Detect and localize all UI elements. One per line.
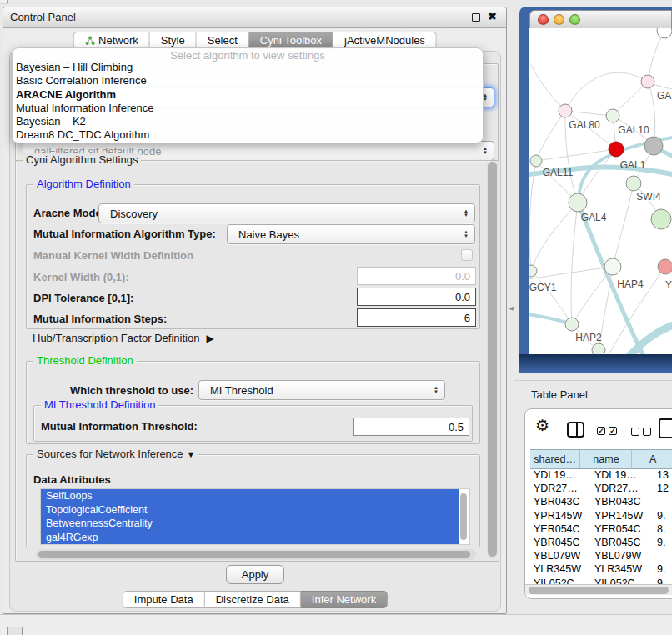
data-attributes-list: SelfLoopsTopologicalCoefficientBetweenne… — [40, 488, 470, 545]
algorithm-definition-title: Algorithm Definition — [33, 178, 134, 190]
network-canvas[interactable]: GALGAL80GAL10GAL1GAL11SWI4GAL4HAP4YGCY1H… — [529, 28, 672, 354]
list-scrollbar[interactable] — [460, 493, 467, 540]
node-label: GAL10 — [618, 124, 649, 136]
network-node[interactable] — [604, 258, 621, 275]
close-traffic-light[interactable] — [538, 14, 549, 25]
table-row[interactable]: YDR27…YDR27…12 — [530, 482, 672, 496]
columns-icon[interactable] — [567, 422, 584, 438]
network-node[interactable] — [606, 109, 619, 122]
gear-icon[interactable]: ⚙ — [535, 416, 549, 435]
algorithm-option[interactable]: Bayesian – K2 — [13, 115, 483, 128]
vscroll-thumb[interactable] — [488, 162, 497, 557]
expand-right-icon: ▶ — [206, 332, 213, 344]
node-label: GAL4 — [581, 212, 607, 223]
tab-label: jActiveMNodules — [344, 32, 425, 48]
popup-placeholder: Select algorithm to view settings — [13, 48, 483, 61]
table-row[interactable]: YER054CYER054C8. — [530, 523, 672, 537]
network-node[interactable] — [559, 104, 572, 118]
network-node[interactable] — [530, 155, 542, 167]
attribute-item[interactable]: BetweennessCentrality — [41, 517, 459, 531]
attribute-item[interactable]: TopologicalCoefficient — [41, 503, 459, 518]
sources-frame: Sources for Network Inference ▼ Data Att… — [26, 454, 480, 548]
column-header-name[interactable]: name — [580, 450, 632, 468]
kernel-width-field[interactable]: 0.0 — [357, 267, 476, 285]
network-node[interactable] — [657, 28, 672, 38]
attribute-item[interactable]: SelfLoops — [41, 489, 459, 503]
hub-definition-toggle[interactable]: Hub/Transcription Factor Definition ▶ — [33, 332, 214, 344]
network-node[interactable] — [592, 343, 605, 354]
which-threshold-combo[interactable]: MI Threshold ▲▼ — [198, 380, 445, 400]
tab-label: Style — [161, 32, 185, 48]
tab-infer-network[interactable]: Infer Network — [301, 591, 388, 608]
manual-kernel-checkbox[interactable] — [461, 249, 473, 261]
settings-hscrollbar[interactable] — [36, 549, 476, 560]
mi-type-combo[interactable]: Naive Bayes ▲▼ — [227, 224, 475, 244]
attribute-item[interactable]: gal4RGexp — [41, 531, 459, 545]
float-window-icon[interactable] — [472, 13, 480, 22]
select-all-checkboxes-icon[interactable]: ✓ ✓ — [597, 427, 617, 435]
minimize-traffic-light[interactable] — [554, 14, 564, 25]
algorithm-option[interactable]: Bayesian – Hill Climbing — [13, 61, 483, 74]
table-cell: YPR145W — [591, 510, 654, 523]
network-nodes[interactable]: GALGAL80GAL10GAL1GAL11SWI4GAL4HAP4YGCY1H… — [529, 28, 672, 354]
network-node[interactable] — [658, 259, 672, 274]
network-node[interactable] — [569, 193, 587, 212]
table-row[interactable]: YBR045CYBR045C9. — [530, 537, 672, 550]
algorithm-option[interactable]: Dream8 DC_TDC Algorithm — [13, 128, 483, 142]
tab-discretize-data[interactable]: Discretize Data — [205, 591, 301, 608]
dpi-tolerance-field[interactable]: 0.0 — [357, 288, 476, 306]
aracne-mode-combo[interactable]: Discovery ▲▼ — [98, 203, 475, 223]
node-label: GAL11 — [543, 167, 574, 178]
network-node[interactable] — [651, 209, 671, 229]
table-row[interactable]: YBL079WYBL079W — [530, 550, 672, 563]
table-row[interactable]: YIL052CYIL052C9. — [530, 578, 672, 585]
splitter-handle[interactable]: ◀ — [509, 305, 513, 312]
table-cell: YIL052C — [591, 578, 654, 585]
table-hscrollbar[interactable] — [525, 584, 672, 595]
zoom-traffic-light[interactable] — [569, 14, 580, 25]
tab-cyni-toolbox[interactable]: Cyni Toolbox — [249, 32, 333, 49]
tab-jactivemnodules[interactable]: jActiveMNodules — [333, 32, 437, 49]
tab-select[interactable]: Select — [197, 32, 249, 49]
hscroll-thumb[interactable] — [38, 551, 470, 558]
apply-button[interactable]: Apply — [226, 565, 284, 584]
table-cell: YDR27… — [591, 482, 654, 496]
table-header: shared… name A — [530, 449, 672, 469]
table-row[interactable]: YBR043CYBR043C — [530, 496, 672, 509]
network-node[interactable] — [626, 176, 641, 191]
collapse-down-icon[interactable]: ▼ — [187, 449, 196, 459]
network-node[interactable] — [609, 142, 624, 157]
document-icon[interactable] — [659, 418, 672, 438]
table-row[interactable]: YDL19…YDL19…13 — [530, 469, 672, 482]
tab-network[interactable]: Network — [73, 32, 150, 49]
mi-steps-field[interactable]: 6 — [357, 308, 476, 327]
clear-checkboxes-icon[interactable] — [631, 428, 651, 436]
table-hscroll-thumb[interactable] — [529, 587, 669, 594]
network-node[interactable] — [529, 265, 537, 277]
table-cell: YBL079W — [530, 550, 591, 563]
tab-style[interactable]: Style — [150, 32, 197, 49]
table-cell: YBR045C — [591, 537, 654, 550]
tab-impute-data[interactable]: Impute Data — [123, 591, 205, 608]
table-row[interactable]: YLR345WYLR345W9. — [530, 563, 672, 577]
mi-threshold-field[interactable]: 0.5 — [353, 418, 469, 436]
combo-value: Naive Bayes — [228, 228, 299, 241]
network-node[interactable] — [641, 75, 654, 88]
network-window-titlebar[interactable] — [529, 10, 672, 28]
stepper-icon: ▲▼ — [464, 230, 469, 238]
threshold-frame: Threshold Definition Which threshold to … — [26, 361, 480, 444]
network-icon — [84, 36, 95, 46]
table-cell: YBR043C — [591, 496, 654, 509]
table-row[interactable]: YPR145WYPR145W9. — [530, 510, 672, 523]
algorithm-option[interactable]: Mutual Information Inference — [13, 102, 483, 115]
node-label: GCY1 — [529, 282, 557, 293]
column-header-shared-name[interactable]: shared… — [530, 450, 580, 468]
algorithm-option[interactable]: Basic Correlation Inference — [13, 74, 483, 88]
close-icon[interactable]: ✖ — [488, 10, 497, 22]
column-header-partial[interactable]: A — [632, 450, 672, 468]
network-node[interactable] — [565, 318, 579, 331]
sources-frame-title: Sources for Network Inference ▼ — [33, 448, 198, 460]
settings-vscrollbar[interactable] — [487, 161, 498, 559]
network-node[interactable] — [644, 137, 663, 155]
algorithm-option[interactable]: ARACNE Algorithm — [13, 88, 483, 102]
